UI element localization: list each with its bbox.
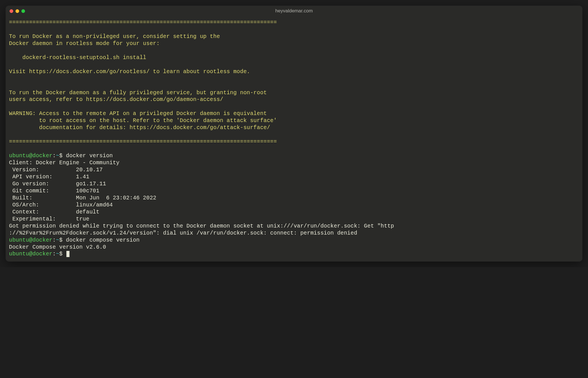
prompt-sep: : [53, 237, 56, 243]
output-text: Docker daemon in rootless mode for your … [9, 40, 160, 47]
title-bar: heyvaldemar.com [6, 6, 582, 16]
output-text: Docker Compose version v2.6.0 [9, 244, 106, 250]
command-input: docker compose version [62, 237, 140, 243]
output-value: go1.17.11 [76, 181, 106, 187]
output-text: users access, refer to https://docs.dock… [9, 96, 223, 103]
output-text: To run the Docker daemon as a fully priv… [9, 90, 267, 96]
output-text: Client: Docker Engine - Community [9, 160, 120, 166]
output-warning: WARNING: Access to the remote API on a p… [9, 111, 267, 117]
terminal-window: heyvaldemar.com ========================… [6, 6, 582, 262]
output-key: Experimental: [9, 216, 76, 222]
prompt-sep: : [53, 251, 56, 257]
prompt-path: ~ [56, 237, 59, 243]
prompt-symbol: $ [59, 251, 63, 257]
terminal-body[interactable]: ========================================… [6, 16, 582, 262]
cursor-icon [66, 251, 69, 257]
output-error: ://%2Fvar%2Frun%2Fdocker.sock/v1.24/vers… [9, 230, 357, 236]
output-text: dockerd-rootless-setuptool.sh install [9, 55, 146, 61]
output-value: 100c701 [76, 188, 99, 194]
minimize-button[interactable] [15, 9, 19, 13]
close-button[interactable] [10, 9, 13, 13]
window-title: heyvaldemar.com [275, 8, 313, 14]
traffic-lights [10, 9, 25, 13]
output-value: linux/amd64 [76, 202, 113, 208]
output-key: Context: [9, 209, 76, 215]
command-input: docker version [62, 153, 113, 159]
prompt-symbol: $ [59, 153, 63, 159]
output-value: 1.41 [76, 174, 89, 180]
output-error: Got permission denied while trying to co… [9, 223, 394, 229]
output-key: OS/Arch: [9, 202, 76, 208]
prompt-symbol: $ [59, 237, 63, 243]
output-key: API version: [9, 174, 76, 180]
output-text: Visit https://docs.docker.com/go/rootles… [9, 69, 250, 75]
output-divider: ========================================… [9, 139, 277, 145]
output-warning: to root access on the host. Refer to the… [9, 118, 277, 124]
output-key: Git commit: [9, 188, 76, 194]
prompt-user: ubuntu@docker [9, 153, 53, 159]
output-key: Version: [9, 167, 76, 173]
output-text: To run Docker as a non-privileged user, … [9, 33, 220, 40]
prompt-user: ubuntu@docker [9, 251, 53, 257]
output-value: 20.10.17 [76, 167, 103, 173]
prompt-sep: : [53, 153, 56, 159]
output-warning: documentation for details: https://docs.… [9, 125, 270, 131]
prompt-path: ~ [56, 251, 59, 257]
output-divider: ========================================… [9, 19, 277, 26]
output-value: true [76, 216, 89, 222]
prompt-user: ubuntu@docker [9, 237, 53, 243]
output-key: Built: [9, 195, 76, 201]
output-value: default [76, 209, 99, 215]
output-value: Mon Jun 6 23:02:46 2022 [76, 195, 156, 201]
maximize-button[interactable] [21, 9, 25, 13]
output-key: Go version: [9, 181, 76, 187]
prompt-path: ~ [56, 153, 59, 159]
